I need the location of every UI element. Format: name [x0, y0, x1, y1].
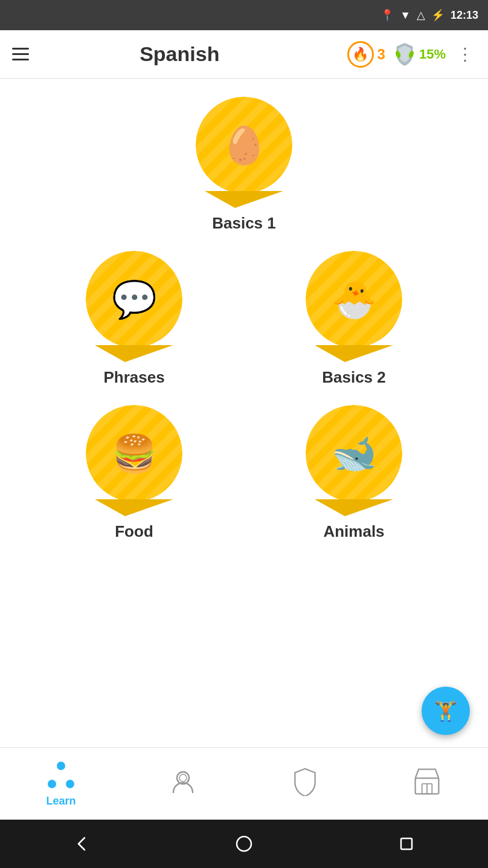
skill-wedge-phrases — [95, 345, 173, 362]
basics1-icon: 🥚 — [222, 124, 267, 167]
svg-rect-8 — [401, 838, 412, 849]
shop-icon — [412, 767, 442, 796]
skill-circle-basics2: 🐣 — [306, 251, 402, 348]
android-nav — [0, 820, 488, 868]
nav-item-shop[interactable] — [366, 766, 488, 802]
fab-button[interactable]: 🏋 — [422, 687, 470, 735]
nav-item-shield[interactable] — [244, 766, 366, 802]
shield-nav-icon — [292, 767, 318, 796]
animals-icon: 🐋 — [332, 432, 377, 475]
skill-wedge-animals — [315, 499, 393, 516]
shield-nav-icon-wrap — [290, 766, 320, 797]
skill-row-phrases-basics2: 💬 Phrases 🐣 Basics 2 — [24, 251, 464, 387]
skill-circle-basics1: 🥚 — [196, 97, 292, 193]
basics1-label: Basics 1 — [212, 214, 276, 233]
recents-button[interactable] — [391, 829, 422, 859]
streak-container[interactable]: 🔥 3 — [347, 41, 385, 68]
more-button[interactable]: ⋮ — [454, 44, 476, 64]
skill-circle-phrases: 💬 — [86, 251, 182, 348]
skill-node-basics1[interactable]: 🥚 Basics 1 — [184, 97, 304, 233]
page-title: Spanish — [12, 42, 347, 66]
svg-point-3 — [179, 774, 187, 782]
phrases-label: Phrases — [103, 368, 164, 387]
header: Spanish 🔥 3 15% ⋮ — [0, 30, 488, 79]
food-icon: 🍔 — [112, 432, 157, 475]
status-time: 12:13 — [451, 9, 478, 22]
streak-circle: 🔥 — [347, 41, 374, 68]
basics2-icon: 🐣 — [332, 278, 377, 321]
learn-nav-label: Learn — [46, 795, 75, 808]
skill-circle-food: 🍔 — [86, 405, 182, 502]
skill-row-basics1: 🥚 Basics 1 — [24, 97, 464, 233]
skill-circle-animals: 🐋 — [306, 405, 402, 502]
battery-icon: ⚡ — [431, 8, 445, 22]
skill-node-basics2[interactable]: 🐣 Basics 2 — [294, 251, 414, 387]
flame-icon: 🔥 — [352, 47, 368, 62]
learn-icon — [47, 760, 75, 789]
phrases-icon: 💬 — [112, 278, 157, 321]
skill-wedge-basics2 — [315, 345, 393, 362]
skill-node-food[interactable]: 🍔 Food — [74, 405, 194, 541]
learn-icon-wrap — [46, 760, 76, 790]
food-label: Food — [115, 522, 153, 541]
skill-grid: 🥚 Basics 1 💬 Phrases — [0, 97, 488, 541]
bottom-nav: Learn — [0, 747, 488, 820]
skill-wedge-basics1 — [205, 191, 283, 208]
nav-item-profile[interactable] — [122, 766, 244, 802]
main-content: 🥚 Basics 1 💬 Phrases — [0, 79, 488, 747]
location-icon: 📍 — [380, 8, 394, 22]
shield-icon — [394, 42, 416, 66]
svg-point-7 — [237, 837, 251, 851]
home-button[interactable] — [229, 829, 259, 859]
shield-container[interactable]: 15% — [394, 42, 446, 66]
signal-icon: △ — [417, 8, 425, 22]
profile-icon-wrap — [168, 766, 198, 797]
skill-row-food-animals: 🍔 Food 🐋 Animals — [24, 405, 464, 541]
animals-label: Animals — [323, 522, 384, 541]
wifi-icon: ▼ — [400, 9, 411, 22]
skill-node-phrases[interactable]: 💬 Phrases — [74, 251, 194, 387]
nav-item-learn[interactable]: Learn — [0, 760, 122, 808]
shop-icon-wrap — [412, 766, 442, 797]
header-actions: 🔥 3 15% ⋮ — [347, 41, 476, 68]
profile-icon — [169, 767, 197, 796]
skill-node-animals[interactable]: 🐋 Animals — [294, 405, 414, 541]
back-button[interactable] — [66, 829, 97, 859]
streak-count: 3 — [377, 46, 385, 63]
status-bar: 📍 ▼ △ ⚡ 12:13 — [0, 0, 488, 30]
barbell-icon: 🏋 — [434, 699, 458, 722]
skill-wedge-food — [95, 499, 173, 516]
shield-percent: 15% — [419, 47, 446, 62]
basics2-label: Basics 2 — [322, 368, 386, 387]
